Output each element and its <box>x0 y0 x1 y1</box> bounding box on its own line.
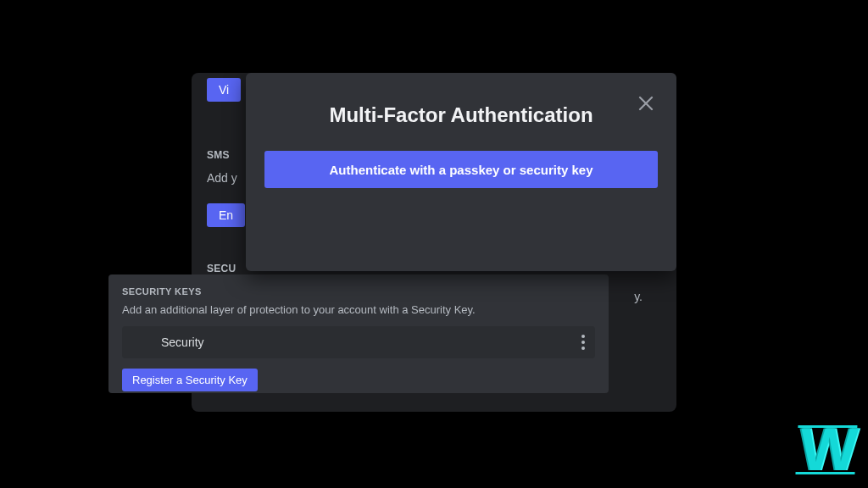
authenticate-passkey-button[interactable]: Authenticate with a passkey or security … <box>264 151 658 188</box>
security-key-name: Security <box>161 336 204 349</box>
security-section-label-fragment: SECU <box>207 263 236 274</box>
security-keys-description: Add an additional layer of protection to… <box>122 303 595 316</box>
close-icon[interactable] <box>636 93 656 114</box>
security-keys-panel: SECURITY KEYS Add an additional layer of… <box>108 274 609 393</box>
more-options-icon[interactable] <box>581 335 585 350</box>
mfa-modal: Multi-Factor Authentication Authenticate… <box>246 73 676 271</box>
sms-section-label: SMS <box>207 149 230 161</box>
bg-partial-button-mid[interactable]: En <box>207 203 245 227</box>
security-desc-tail-fragment: y. <box>634 290 643 303</box>
sms-description-fragment: Add y <box>207 171 237 185</box>
security-key-row[interactable]: Security <box>122 326 595 358</box>
mfa-modal-title: Multi-Factor Authentication <box>246 103 676 127</box>
bg-partial-button-top[interactable]: Vi <box>207 78 241 102</box>
watermark-logo: W <box>798 419 854 480</box>
register-security-key-button[interactable]: Register a Security Key <box>122 369 258 391</box>
security-keys-title: SECURITY KEYS <box>122 286 595 297</box>
